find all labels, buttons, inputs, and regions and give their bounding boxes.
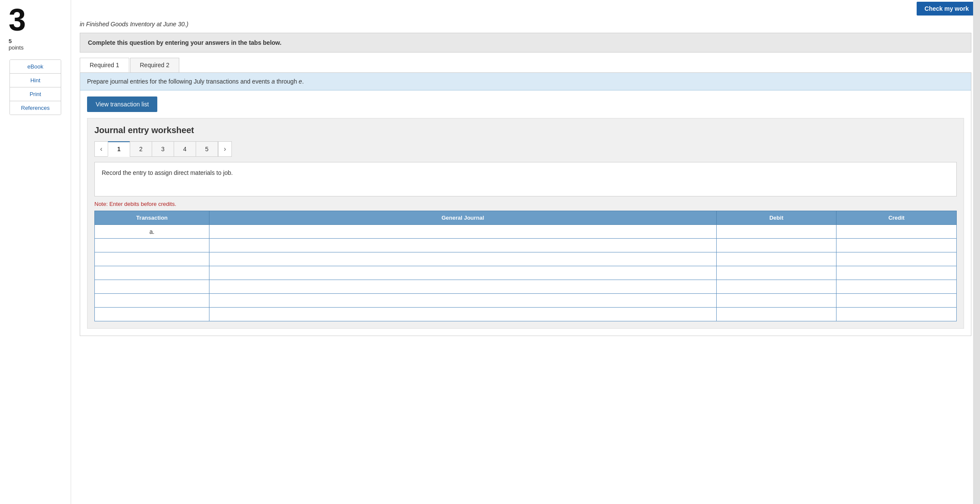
- journal-input[interactable]: [211, 227, 715, 236]
- journal-input[interactable]: [211, 255, 715, 263]
- credit-cell[interactable]: [836, 280, 957, 294]
- tab-content-area: Prepare journal entries for the followin…: [80, 72, 971, 336]
- credit-input[interactable]: [838, 283, 955, 291]
- transaction-cell: [95, 280, 209, 294]
- top-bar: Check my work: [71, 0, 980, 17]
- question-number: 3: [0, 4, 26, 35]
- credit-cell[interactable]: [836, 239, 957, 252]
- table-row: [95, 294, 957, 308]
- col-header-general-journal: General Journal: [209, 211, 717, 225]
- debit-input[interactable]: [718, 283, 835, 291]
- entry-tab-1[interactable]: 1: [108, 141, 130, 157]
- sidebar: 3 5 points eBook Hint Print References: [0, 0, 71, 504]
- transaction-cell: [95, 266, 209, 280]
- sidebar-item-print[interactable]: Print: [10, 87, 61, 101]
- entry-tab-3[interactable]: 3: [152, 141, 174, 157]
- debit-input[interactable]: [718, 255, 835, 263]
- debit-cell[interactable]: [716, 252, 836, 266]
- table-row: [95, 308, 957, 321]
- transaction-cell: [95, 252, 209, 266]
- journal-worksheet: Journal entry worksheet ‹ 1 2 3 4 5 › Re…: [87, 118, 964, 329]
- sidebar-item-ebook[interactable]: eBook: [10, 60, 61, 74]
- credit-input[interactable]: [838, 269, 955, 277]
- transaction-cell: a.: [95, 225, 209, 239]
- journal-cell[interactable]: [209, 266, 717, 280]
- debit-cell[interactable]: [716, 294, 836, 308]
- table-row: [95, 266, 957, 280]
- journal-cell[interactable]: [209, 294, 717, 308]
- points-value: 5: [9, 38, 12, 44]
- credit-input[interactable]: [838, 255, 955, 263]
- credit-input[interactable]: [838, 310, 955, 318]
- debit-input[interactable]: [718, 227, 835, 236]
- debit-input[interactable]: [718, 269, 835, 277]
- tab-required1[interactable]: Required 1: [80, 58, 129, 72]
- debit-cell[interactable]: [716, 266, 836, 280]
- debit-input[interactable]: [718, 310, 835, 318]
- journal-input[interactable]: [211, 241, 715, 249]
- credit-input[interactable]: [838, 227, 955, 236]
- journal-cell[interactable]: [209, 239, 717, 252]
- credit-cell[interactable]: [836, 294, 957, 308]
- journal-input[interactable]: [211, 269, 715, 277]
- main-content: Check my work in Finished Goods Inventor…: [71, 0, 980, 504]
- col-header-credit: Credit: [836, 211, 957, 225]
- entry-note: Note: Enter debits before credits.: [94, 201, 957, 207]
- credit-cell[interactable]: [836, 308, 957, 321]
- journal-cell[interactable]: [209, 252, 717, 266]
- check-my-work-button[interactable]: Check my work: [917, 2, 977, 16]
- tabs-row: Required 1 Required 2: [80, 58, 971, 72]
- entry-tab-5[interactable]: 5: [196, 141, 218, 157]
- journal-worksheet-title: Journal entry worksheet: [94, 125, 957, 135]
- col-header-debit: Debit: [716, 211, 836, 225]
- debit-cell[interactable]: [716, 225, 836, 239]
- table-row: [95, 280, 957, 294]
- table-row: [95, 239, 957, 252]
- journal-cell[interactable]: [209, 308, 717, 321]
- debit-input[interactable]: [718, 241, 835, 249]
- col-header-transaction: Transaction: [95, 211, 209, 225]
- blue-instruction: Prepare journal entries for the followin…: [80, 73, 971, 90]
- instruction-banner: Complete this question by entering your …: [80, 33, 971, 53]
- journal-cell[interactable]: [209, 280, 717, 294]
- transaction-cell: [95, 294, 209, 308]
- journal-input[interactable]: [211, 296, 715, 305]
- debit-cell[interactable]: [716, 239, 836, 252]
- transaction-cell: [95, 308, 209, 321]
- debit-cell[interactable]: [716, 280, 836, 294]
- credit-cell[interactable]: [836, 252, 957, 266]
- truncated-text: in Finished Goods Inventory at June 30.): [71, 17, 980, 28]
- table-row: a.: [95, 225, 957, 239]
- scrollbar[interactable]: [973, 0, 980, 504]
- debit-cell[interactable]: [716, 308, 836, 321]
- points-label: points: [9, 44, 24, 51]
- entry-tab-4[interactable]: 4: [174, 141, 196, 157]
- sidebar-links: eBook Hint Print References: [9, 59, 61, 115]
- tab-required2[interactable]: Required 2: [130, 58, 180, 72]
- prev-entry-button[interactable]: ‹: [94, 141, 108, 157]
- entry-tab-2[interactable]: 2: [130, 141, 152, 157]
- sidebar-item-references[interactable]: References: [10, 101, 61, 115]
- credit-input[interactable]: [838, 296, 955, 305]
- journal-input[interactable]: [211, 283, 715, 291]
- entry-description: Record the entry to assign direct materi…: [94, 162, 957, 196]
- sidebar-item-hint[interactable]: Hint: [10, 74, 61, 87]
- journal-input[interactable]: [211, 310, 715, 318]
- journal-table: Transaction General Journal Debit Credit…: [94, 211, 957, 321]
- debit-input[interactable]: [718, 296, 835, 305]
- view-transaction-list-button[interactable]: View transaction list: [87, 96, 157, 112]
- transaction-cell: [95, 239, 209, 252]
- table-row: [95, 252, 957, 266]
- credit-cell[interactable]: [836, 266, 957, 280]
- entry-nav: ‹ 1 2 3 4 5 ›: [94, 141, 957, 157]
- next-entry-button[interactable]: ›: [218, 141, 232, 157]
- journal-cell[interactable]: [209, 225, 717, 239]
- credit-cell[interactable]: [836, 225, 957, 239]
- credit-input[interactable]: [838, 241, 955, 249]
